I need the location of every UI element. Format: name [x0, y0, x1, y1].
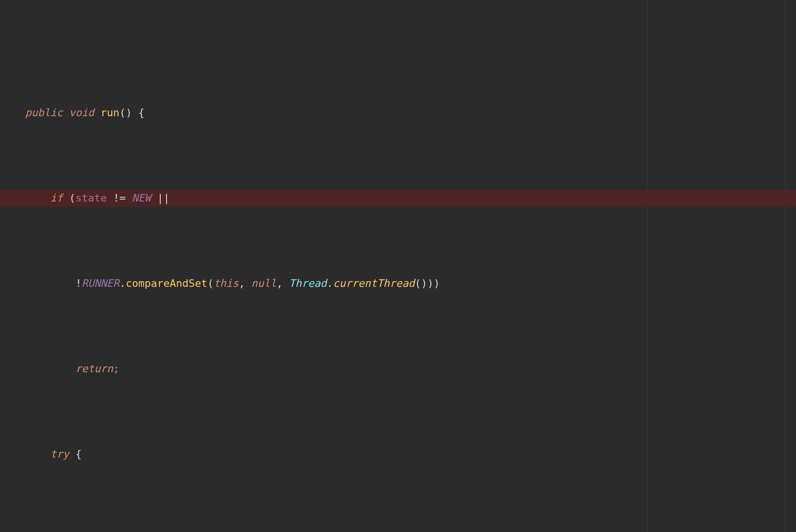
field: state: [75, 192, 107, 204]
code-line[interactable]: public void run() {: [0, 104, 796, 121]
keyword: try: [50, 448, 69, 460]
code-line-highlighted[interactable]: if (state != NEW ||: [0, 190, 796, 207]
punct: () {: [120, 107, 145, 119]
keyword: this: [213, 277, 239, 289]
code-line[interactable]: !RUNNER.compareAndSet(this, null, Thread…: [0, 275, 796, 292]
keyword: if: [50, 192, 63, 204]
constant: RUNNER: [82, 277, 119, 289]
constant: NEW: [132, 192, 151, 204]
keyword: return: [75, 363, 113, 375]
code-editor[interactable]: public void run() { if (state != NEW || …: [0, 0, 796, 532]
code-line[interactable]: return;: [0, 360, 796, 377]
keyword: void: [69, 107, 94, 119]
method-name: run: [101, 107, 120, 119]
method-name: currentThread: [333, 277, 415, 289]
code-line[interactable]: try {: [0, 446, 796, 463]
keyword: null: [251, 277, 277, 289]
type: Thread: [289, 277, 326, 289]
method-name: compareAndSet: [126, 277, 207, 289]
keyword: public: [25, 107, 63, 119]
